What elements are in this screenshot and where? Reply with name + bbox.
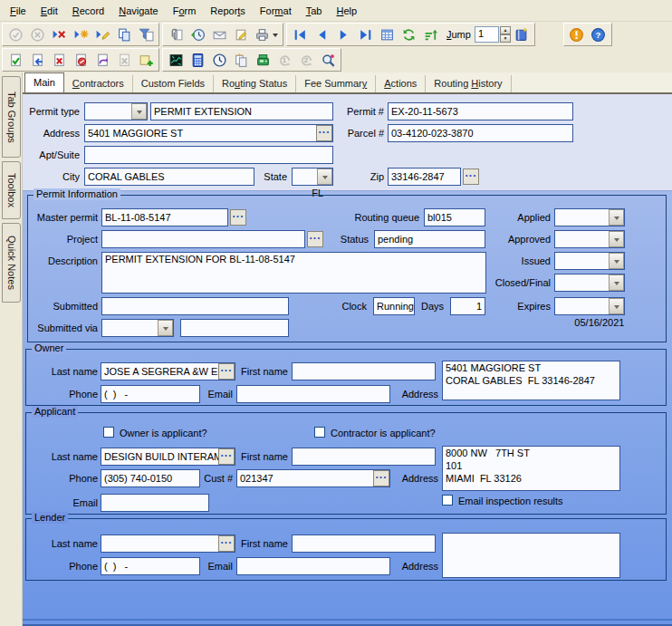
email-inspection-checkbox[interactable] xyxy=(442,495,453,506)
jump-spin-up-icon[interactable]: ▲ xyxy=(500,26,511,34)
approved-dropdown-icon[interactable] xyxy=(609,231,624,247)
applicant-email-field[interactable] xyxy=(101,494,209,512)
applicant-lookup-button[interactable] xyxy=(218,448,235,465)
side-tab-quick-notes[interactable]: Quick Notes xyxy=(2,223,21,303)
jump-value-input[interactable]: 1 xyxy=(475,26,499,43)
clock-icon[interactable] xyxy=(208,50,230,70)
days-field[interactable]: 1 xyxy=(450,297,485,315)
refresh-icon[interactable] xyxy=(398,24,419,44)
calculator-icon[interactable] xyxy=(187,50,208,70)
approved-date-select[interactable] xyxy=(554,230,625,248)
owner-phone-field[interactable]: ( ) - xyxy=(101,385,200,403)
menu-reports[interactable]: Reports xyxy=(203,3,253,19)
lender-email-field[interactable] xyxy=(236,557,390,575)
submitted-via-dropdown-icon[interactable] xyxy=(158,320,173,336)
city-field[interactable]: CORAL GABLES xyxy=(84,168,254,186)
copy-record-icon[interactable] xyxy=(113,24,135,44)
lender-phone-field[interactable]: ( ) - xyxy=(101,557,200,575)
parcel-number-field[interactable]: 03-4120-023-3870 xyxy=(388,124,573,142)
applicant-first-name-field[interactable] xyxy=(292,448,436,466)
cust-number-field[interactable]: 021347 xyxy=(236,469,390,487)
zip-lookup-button[interactable] xyxy=(463,169,479,185)
applied-date-select[interactable]: 11/17/2020 xyxy=(554,208,625,226)
contractor-is-applicant-checkbox[interactable] xyxy=(314,427,325,438)
side-tab-toolbox[interactable]: Toolbox xyxy=(2,161,21,219)
next-record-icon[interactable] xyxy=(332,24,354,44)
side-tab-tab-groups[interactable]: Tab Groups xyxy=(2,76,21,158)
project-field[interactable] xyxy=(101,230,305,248)
closed-final-dropdown-icon[interactable] xyxy=(609,274,624,291)
permit-type-select[interactable]: ext001 xyxy=(84,102,148,120)
permit-type-dropdown-icon[interactable] xyxy=(131,103,147,120)
tab-fee-summary[interactable]: Fee Summary xyxy=(296,75,376,92)
doc-deny-icon[interactable] xyxy=(70,50,91,70)
menu-form[interactable]: Form xyxy=(166,3,204,19)
doc-reject-icon[interactable] xyxy=(48,50,70,70)
lender-last-name-field[interactable] xyxy=(101,535,235,553)
memo-icon[interactable] xyxy=(230,24,252,44)
last-record-icon[interactable] xyxy=(354,24,376,44)
add-note-icon[interactable] xyxy=(135,50,157,70)
submitted-via-field[interactable] xyxy=(180,319,289,337)
master-permit-lookup-button[interactable] xyxy=(230,209,246,226)
doc-undo-icon[interactable] xyxy=(91,50,113,70)
tab-contractors[interactable]: Contractors xyxy=(64,75,133,92)
issued-dropdown-icon[interactable] xyxy=(609,253,624,269)
state-select[interactable]: FL xyxy=(292,168,333,186)
menu-format[interactable]: Format xyxy=(253,3,299,19)
owner-is-applicant-checkbox[interactable] xyxy=(103,427,114,438)
menu-help[interactable]: Help xyxy=(329,3,364,19)
print-icon[interactable] xyxy=(252,24,281,44)
tab-actions[interactable]: Actions xyxy=(376,75,426,92)
expires-dropdown-icon[interactable] xyxy=(609,298,624,314)
menu-edit[interactable]: Edit xyxy=(34,3,65,19)
lender-address-box[interactable] xyxy=(442,533,620,578)
new-record-icon[interactable] xyxy=(70,24,91,44)
cash-register-icon[interactable] xyxy=(252,50,274,70)
applied-dropdown-icon[interactable] xyxy=(609,209,624,226)
menu-record[interactable]: Record xyxy=(65,3,111,19)
alert-icon[interactable] xyxy=(566,24,588,44)
applicant-address-box[interactable]: 8000 NW 7TH ST 101 MIAMI FL 33126 xyxy=(442,446,620,491)
lender-lookup-button[interactable] xyxy=(218,535,235,552)
tab-custom-fields[interactable]: Custom Fields xyxy=(133,75,214,92)
doc-return-icon[interactable] xyxy=(26,50,48,70)
apt-suite-field[interactable] xyxy=(84,146,333,164)
clock-field[interactable]: Running xyxy=(373,297,415,315)
state-dropdown-icon[interactable] xyxy=(317,169,332,185)
doc-approve-icon[interactable] xyxy=(5,50,26,70)
menu-navigate[interactable]: Navigate xyxy=(111,3,165,19)
gis-map-icon[interactable] xyxy=(165,50,187,70)
mail-icon[interactable] xyxy=(208,24,230,44)
description-field[interactable]: PERMIT EXTENSION FOR BL-11-08-5147 xyxy=(101,252,486,294)
sort-icon[interactable] xyxy=(419,24,441,44)
applicant-phone-field[interactable]: (305) 740-0150 xyxy=(101,469,200,487)
tab-routing-history[interactable]: Routing History xyxy=(426,75,511,92)
permit-type-desc-field[interactable]: PERMIT EXTENSION xyxy=(150,102,333,120)
grid-view-icon[interactable] xyxy=(376,24,398,44)
issued-date-select[interactable] xyxy=(554,252,625,270)
first-record-icon[interactable] xyxy=(289,24,311,44)
owner-first-name-field[interactable] xyxy=(292,362,436,380)
copy-doc-icon[interactable] xyxy=(230,50,252,70)
previous-record-icon[interactable] xyxy=(311,24,332,44)
owner-email-field[interactable] xyxy=(236,385,390,403)
permit-number-field[interactable]: EX-20-11-5673 xyxy=(388,102,573,120)
print-dropdown-icon[interactable] xyxy=(273,34,278,40)
history-icon[interactable] xyxy=(187,24,208,44)
edit-record-icon[interactable] xyxy=(91,24,113,44)
help-icon[interactable]: ? xyxy=(588,24,610,44)
tab-routing-status[interactable]: Routing Status xyxy=(214,75,296,92)
cust-number-lookup-button[interactable] xyxy=(373,470,389,486)
jump-spin-down-icon[interactable]: ▼ xyxy=(500,34,511,43)
delete-record-icon[interactable] xyxy=(48,24,70,44)
owner-address-box[interactable]: 5401 MAGGIORE ST CORAL GABLES FL 33146-2… xyxy=(442,361,620,400)
tab-main[interactable]: Main xyxy=(24,72,64,92)
menu-file[interactable]: File xyxy=(3,3,34,19)
owner-lookup-button[interactable] xyxy=(218,363,235,380)
attachment-icon[interactable] xyxy=(165,24,187,44)
lender-first-name-field[interactable] xyxy=(292,535,436,553)
address-lookup-button[interactable] xyxy=(316,125,332,141)
zip-field[interactable]: 33146-2847 xyxy=(388,168,461,186)
search-records-icon[interactable] xyxy=(317,50,339,70)
